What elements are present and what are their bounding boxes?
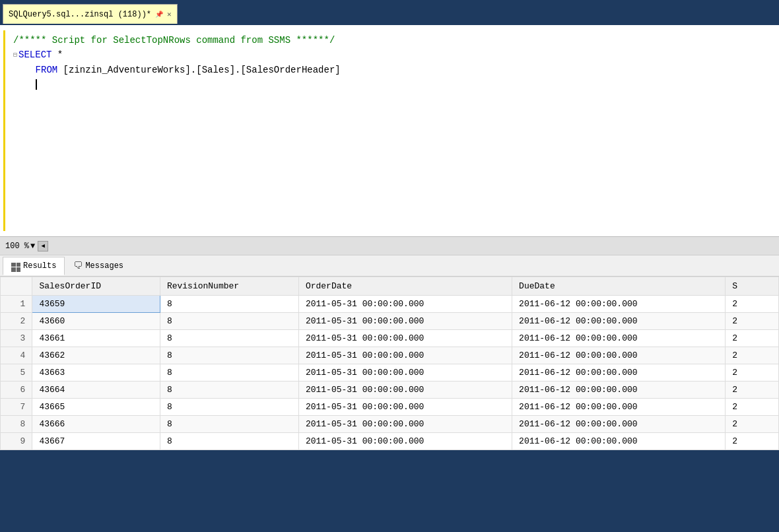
cell-revisionnumber: 8: [160, 364, 298, 382]
cell-revisionnumber: 8: [160, 433, 298, 450]
editor-container: /***** Script for SelectTopNRows command…: [0, 25, 779, 450]
cell-salesorderid[interactable]: 43660: [32, 313, 160, 330]
cell-revisionnumber: 8: [160, 399, 298, 416]
cell-rownum: 9: [1, 433, 32, 450]
cell-revisionnumber: 8: [160, 347, 298, 364]
from-line: FROM [zinzin_AdventureWorks].[Sales].[Sa…: [13, 63, 771, 77]
zoom-dropdown[interactable]: 100 % ▼: [5, 242, 35, 251]
cell-salesorderid[interactable]: 43662: [32, 347, 160, 364]
results-tab-label: Results: [23, 261, 56, 271]
zoom-bar: 100 % ▼ ◀: [0, 236, 779, 255]
table-row[interactable]: 74366582011-05-31 00:00:00.0002011-06-12…: [1, 399, 779, 416]
cell-shipdate: 2: [726, 433, 779, 450]
cell-revisionnumber: 8: [160, 330, 298, 347]
results-panel: Results 🗨 Messages SalesOrderID Revision…: [0, 255, 779, 450]
table-row[interactable]: 94366782011-05-31 00:00:00.0002011-06-12…: [1, 433, 779, 450]
table-row[interactable]: 64366482011-05-31 00:00:00.0002011-06-12…: [1, 382, 779, 399]
cell-duedate: 2011-06-12 00:00:00.000: [512, 313, 726, 330]
tab-messages[interactable]: 🗨 Messages: [65, 257, 132, 274]
cell-revisionnumber: 8: [160, 382, 298, 399]
cell-orderdate: 2011-05-31 00:00:00.000: [298, 382, 512, 399]
from-rest: [zinzin_AdventureWorks].[Sales].[SalesOr…: [57, 65, 340, 75]
editor-tab[interactable]: SQLQuery5.sql...zinsql (118))* 📌 ✕: [3, 4, 178, 24]
text-cursor: [36, 79, 37, 90]
cell-orderdate: 2011-05-31 00:00:00.000: [298, 364, 512, 382]
table-row[interactable]: 14365982011-05-31 00:00:00.0002011-06-12…: [1, 296, 779, 313]
cell-orderdate: 2011-05-31 00:00:00.000: [298, 416, 512, 433]
table-row[interactable]: 44366282011-05-31 00:00:00.0002011-06-12…: [1, 347, 779, 364]
cell-salesorderid[interactable]: 43661: [32, 330, 160, 347]
cell-shipdate: 2: [726, 416, 779, 433]
from-keyword: FROM: [36, 65, 58, 75]
messages-tab-label: Messages: [85, 261, 123, 271]
scroll-left-icon[interactable]: ◀: [38, 241, 48, 251]
close-icon[interactable]: ✕: [167, 10, 172, 18]
cell-orderdate: 2011-05-31 00:00:00.000: [298, 296, 512, 313]
table-row[interactable]: 24366082011-05-31 00:00:00.0002011-06-12…: [1, 313, 779, 330]
cell-duedate: 2011-06-12 00:00:00.000: [512, 330, 726, 347]
collapse-icon[interactable]: ⊟: [13, 51, 17, 59]
editor-area[interactable]: /***** Script for SelectTopNRows command…: [0, 25, 779, 236]
col-header-orderdate[interactable]: OrderDate: [298, 277, 512, 296]
pin-icon[interactable]: 📌: [155, 11, 163, 18]
cell-orderdate: 2011-05-31 00:00:00.000: [298, 313, 512, 330]
cell-shipdate: 2: [726, 347, 779, 364]
cell-duedate: 2011-06-12 00:00:00.000: [512, 296, 726, 313]
cell-orderdate: 2011-05-31 00:00:00.000: [298, 399, 512, 416]
cell-duedate: 2011-06-12 00:00:00.000: [512, 364, 726, 382]
select-rest: *: [51, 50, 63, 60]
results-table: SalesOrderID RevisionNumber OrderDate Du…: [0, 277, 779, 450]
col-header-duedate[interactable]: DueDate: [512, 277, 726, 296]
line-indicator: [0, 30, 5, 231]
messages-icon: 🗨: [73, 261, 83, 271]
table-row[interactable]: 34366182011-05-31 00:00:00.0002011-06-12…: [1, 330, 779, 347]
table-header-row: SalesOrderID RevisionNumber OrderDate Du…: [1, 277, 779, 296]
cell-salesorderid[interactable]: 43659: [32, 296, 160, 313]
cell-salesorderid[interactable]: 43666: [32, 416, 160, 433]
col-header-rownum: [1, 277, 32, 296]
zoom-value: 100 %: [5, 242, 29, 251]
col-header-salesorderid[interactable]: SalesOrderID: [32, 277, 160, 296]
comment-line: /***** Script for SelectTopNRows command…: [13, 33, 771, 48]
cell-rownum: 4: [1, 347, 32, 364]
cell-orderdate: 2011-05-31 00:00:00.000: [298, 433, 512, 450]
tab-results[interactable]: Results: [3, 257, 65, 275]
cell-duedate: 2011-06-12 00:00:00.000: [512, 399, 726, 416]
cell-rownum: 8: [1, 416, 32, 433]
col-header-shipdate[interactable]: S: [726, 277, 779, 296]
results-tabs: Results 🗨 Messages: [0, 255, 779, 277]
comment-text: /***** Script for SelectTopNRows command…: [13, 35, 335, 46]
cell-duedate: 2011-06-12 00:00:00.000: [512, 433, 726, 450]
cell-shipdate: 2: [726, 382, 779, 399]
col-header-revisionnumber[interactable]: RevisionNumber: [160, 277, 298, 296]
results-grid-icon: [11, 260, 20, 272]
cell-revisionnumber: 8: [160, 296, 298, 313]
code-content[interactable]: /***** Script for SelectTopNRows command…: [5, 30, 779, 231]
cell-rownum: 3: [1, 330, 32, 347]
select-keyword: SELECT: [18, 50, 51, 60]
cell-rownum: 2: [1, 313, 32, 330]
cell-duedate: 2011-06-12 00:00:00.000: [512, 347, 726, 364]
results-table-container[interactable]: SalesOrderID RevisionNumber OrderDate Du…: [0, 277, 779, 450]
cell-rownum: 7: [1, 399, 32, 416]
tab-label: SQLQuery5.sql...zinsql (118))*: [9, 10, 151, 19]
cell-shipdate: 2: [726, 296, 779, 313]
title-bar: SQLQuery5.sql...zinsql (118))* 📌 ✕: [0, 0, 779, 25]
cell-duedate: 2011-06-12 00:00:00.000: [512, 382, 726, 399]
cell-revisionnumber: 8: [160, 416, 298, 433]
cell-revisionnumber: 8: [160, 313, 298, 330]
cell-rownum: 5: [1, 364, 32, 382]
cell-salesorderid[interactable]: 43664: [32, 382, 160, 399]
cell-salesorderid[interactable]: 43663: [32, 364, 160, 382]
cell-salesorderid[interactable]: 43665: [32, 399, 160, 416]
cell-orderdate: 2011-05-31 00:00:00.000: [298, 347, 512, 364]
zoom-chevron-icon[interactable]: ▼: [30, 242, 35, 251]
select-line: ⊟SELECT *: [13, 48, 771, 62]
table-row[interactable]: 54366382011-05-31 00:00:00.0002011-06-12…: [1, 364, 779, 382]
cell-shipdate: 2: [726, 399, 779, 416]
cell-shipdate: 2: [726, 364, 779, 382]
cell-salesorderid[interactable]: 43667: [32, 433, 160, 450]
table-row[interactable]: 84366682011-05-31 00:00:00.0002011-06-12…: [1, 416, 779, 433]
cell-rownum: 1: [1, 296, 32, 313]
cursor-line: [13, 77, 771, 92]
